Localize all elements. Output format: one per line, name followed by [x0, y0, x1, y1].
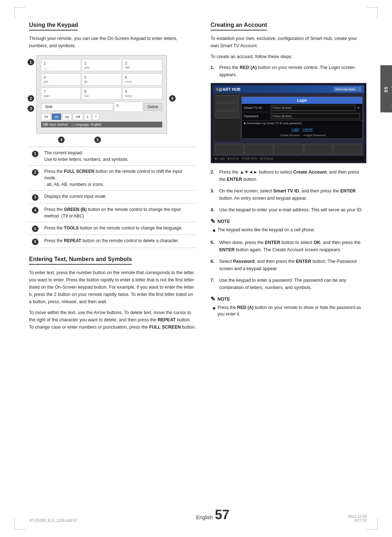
step-3-text: On the next screen, select Smart TV ID, … — [219, 187, 367, 202]
chapter-number: 05 — [383, 87, 389, 93]
steps-list-3: 5. When done, press the ENTER button to … — [211, 239, 367, 291]
callout-table-6: 6 — [32, 239, 38, 245]
callout-desc-1: The current keypad.Use to enter letters,… — [41, 147, 196, 166]
bar-item-2: ■ Sort by — [228, 157, 238, 160]
entering-text-para2: To move within the text, use the Arrow b… — [29, 309, 196, 331]
callout-desc-5: Press the TOOLS button on the remote con… — [41, 222, 196, 235]
creating-account-sub-intro: To create an account, follow these steps… — [211, 53, 367, 60]
callout-3-circle: 3 — [28, 105, 34, 112]
footer-file: HT-D5200_ELS_1226.indd 57 — [29, 518, 77, 522]
thumb-4 — [304, 144, 332, 155]
callout-2-circle: 2 — [28, 95, 34, 102]
step-4-text: Use the keypad to enter your e-mail addr… — [219, 206, 363, 213]
input-method-label: ⌨ Input Method — [43, 123, 68, 126]
step-2-num: 2. — [211, 168, 216, 183]
key-mode-star[interactable]: * — [92, 113, 99, 120]
footer-left: HT-D5200_ELS_1226.indd 57 — [29, 518, 77, 522]
key-mode-Ab[interactable]: Ab — [62, 113, 72, 120]
hub-tab-extra — [358, 87, 361, 91]
thumb-1 — [215, 144, 244, 155]
password-row: Password Press [Enter] — [242, 112, 362, 121]
page-footer: HT-D5200_ELS_1226.indd 57 English 57 201… — [0, 507, 392, 522]
footer-date: 2011-12-26 — [348, 514, 367, 518]
callout-4-circle: 4 — [58, 137, 65, 143]
callout-row-4: 4 Press the GREEN (B) button on the remo… — [29, 203, 196, 222]
step-6: 6. Select Password, and then press the E… — [211, 258, 367, 272]
smart-tv-id-label: Smart TV ID — [244, 106, 269, 110]
key-5: 5 jkl — [82, 73, 122, 85]
step-5: 5. When done, press the ENTER button to … — [211, 239, 367, 253]
callout-6-circle: 6 — [169, 95, 176, 102]
keypad-diagram: 1 2 3 4 5 — [36, 55, 167, 134]
callout-table: 1 The current keypad.Use to enter letter… — [29, 147, 196, 248]
hub-tab-samsung-apps: Samsung Apps — [334, 87, 357, 91]
smart-hub-logo: S@ART HUB — [216, 87, 241, 91]
smart-hub-screen: S@ART HUB Samsung Apps — [213, 85, 364, 161]
callout-4-marker: 4 — [58, 137, 65, 143]
section-entering-text: Entering Text, Numbers and Symbols To en… — [29, 256, 196, 331]
corner-line-tl-v — [15, 7, 15, 18]
keypad-mode-row: T9 ab Ab AB 1 * — [41, 113, 162, 120]
main-columns: Using the Keypad Through your remote, yo… — [29, 22, 367, 334]
callout-row-6: 6 Press the REPEAT button on the remote … — [29, 235, 196, 248]
key-delete[interactable]: Delete — [144, 103, 162, 111]
using-keypad-heading: Using the Keypad — [29, 22, 78, 30]
key-1: 1 .,_- — [41, 59, 81, 71]
steps-list-1: 1. Press the RED (A) button on your remo… — [211, 64, 367, 78]
corner-line-tr — [367, 7, 377, 8]
note-1-label: NOTE — [217, 219, 230, 224]
step-7: 7. Use the keypad to enter a password. T… — [211, 277, 367, 291]
footer-lang: English — [196, 514, 213, 520]
key-mode-t9[interactable]: T9 — [41, 113, 51, 120]
side-tab: 05 Network Services — [380, 65, 392, 113]
dropdown-icon: ▼ — [357, 106, 360, 110]
step-5-num: 5. — [211, 239, 216, 253]
note-box-2: ✎ NOTE ■ Press the RED (A) button on you… — [211, 296, 367, 317]
smart-hub-bar: S@ART HUB Samsung Apps — [213, 85, 364, 93]
section-creating-account: Creating an Account To establish your ow… — [211, 22, 367, 317]
smart-tv-id-value: Press [Enter] — [271, 105, 355, 111]
callout-1-marker: 1 — [28, 59, 34, 65]
callout-table-4: 4 — [32, 207, 38, 213]
remember-text: Remember my Smart TV ID and password — [247, 122, 302, 125]
corner-line-bl-v — [15, 519, 15, 530]
key-8: 8 tuv — [82, 88, 122, 99]
hub-tabs: Samsung Apps — [334, 87, 361, 91]
callout-desc-6: Press the REPEAT button on the remote co… — [41, 235, 196, 248]
step-3-num: 3. — [211, 187, 216, 202]
callout-1-circle: 1 — [28, 59, 34, 65]
password-label: Password — [244, 114, 269, 118]
corner-line-bl — [15, 529, 25, 530]
key-shift[interactable]: Shift — [41, 103, 113, 111]
forgot-password-link[interactable]: · Forgot Password — [302, 134, 326, 137]
creating-account-intro: To establish your own, exclusive, config… — [211, 35, 367, 49]
key-mode-1[interactable]: 1 — [84, 113, 91, 120]
footer-page-number: 57 — [215, 507, 229, 522]
key-mode-ab[interactable]: ab — [52, 113, 61, 120]
step-1-text: Press the RED (A) button on your remote … — [219, 64, 367, 78]
note-bullet-1: ■ — [213, 227, 215, 234]
cancel-btn[interactable]: Cancel — [302, 127, 313, 131]
callout-5-marker: 5 — [94, 137, 101, 143]
note-2-label: NOTE — [217, 297, 230, 302]
key-4: 4 ghi — [41, 73, 81, 85]
callout-desc-3: Displays the current input mode. — [41, 191, 196, 204]
creating-account-heading: Creating an Account — [211, 22, 267, 30]
note-2-item-1: ■ Press the RED (A) button on your remot… — [211, 304, 367, 317]
step-6-text: Select Password, and then press the ENTE… — [219, 258, 367, 272]
note-icon-2: ✎ — [211, 296, 215, 302]
screen-thumbs — [213, 142, 364, 156]
callout-3-marker: 3 — [28, 105, 34, 112]
keypad-bottom-row: Shift 0 Delete — [41, 102, 162, 112]
callout-6-marker: 6 — [169, 95, 176, 102]
create-account-link[interactable]: · Create Account — [278, 134, 300, 137]
login-btn[interactable]: Login — [291, 127, 299, 131]
key-mode-AB[interactable]: AB — [73, 113, 83, 120]
step-7-text: Use the keypad to enter a password. The … — [219, 277, 367, 291]
page-container: 05 Network Services Using the Keypad Thr… — [0, 0, 392, 537]
callout-table-5: 5 — [32, 225, 38, 232]
key-0: 0 — [114, 102, 143, 112]
keypad-box: 1 .,_- 2 abc 3 def — [36, 55, 167, 134]
right-column: Creating an Account To establish your ow… — [211, 22, 367, 334]
keypad-grid-row1: 1 .,_- 2 abc 3 def — [41, 59, 162, 71]
